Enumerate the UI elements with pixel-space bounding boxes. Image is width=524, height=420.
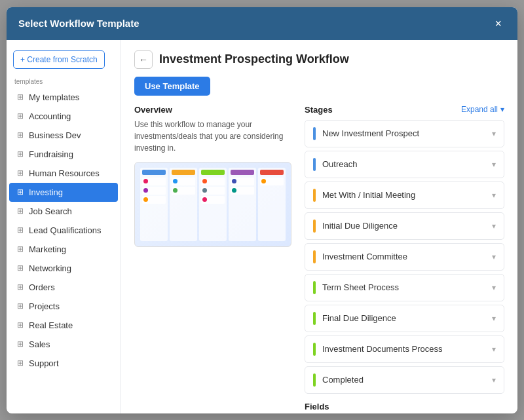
- stage-name: Investment Documents Process: [322, 344, 492, 354]
- sidebar-item-networking[interactable]: ⊞ Networking: [9, 259, 118, 278]
- mock-avatar: [232, 188, 236, 193]
- mock-header: [260, 170, 284, 175]
- sidebar-item-business-dev[interactable]: ⊞ Business Dev: [9, 126, 118, 145]
- stage-item-term-sheet-process[interactable]: Term Sheet Process ▾: [305, 274, 504, 301]
- sidebar-item-label: Investing: [29, 187, 63, 197]
- use-template-button[interactable]: Use Template: [134, 77, 210, 96]
- left-column: Overview Use this workflow to manage you…: [134, 105, 291, 413]
- sidebar-item-support[interactable]: ⊞ Support: [9, 354, 118, 373]
- sidebar-item-job-search[interactable]: ⊞ Job Search: [9, 202, 118, 221]
- sidebar-item-label: Lead Qualifications: [29, 225, 102, 235]
- stage-color-bar: [313, 158, 316, 171]
- workflow-preview-image: [134, 162, 291, 247]
- mock-avatar: [143, 197, 148, 202]
- mock-col-5: [258, 168, 286, 241]
- sidebar-item-projects[interactable]: ⊞ Projects: [9, 297, 118, 316]
- stage-item-met-with-initial-meeting[interactable]: Met With / Initial Meeting ▾: [305, 181, 504, 209]
- mock-card: [201, 178, 225, 185]
- grid-icon: ⊞: [17, 320, 24, 330]
- create-from-scratch-button[interactable]: + Create from Scratch: [13, 50, 105, 69]
- stage-color-bar: [313, 312, 316, 325]
- sidebar-item-real-estate[interactable]: ⊞ Real Estate: [9, 316, 118, 335]
- stage-item-new-investment-prospect[interactable]: New Investment Prospect ▾: [305, 120, 504, 147]
- sidebar-item-label: Human Resources: [29, 168, 100, 178]
- main-content: ← Investment Prospecting Workflow Use Te…: [121, 40, 517, 413]
- chevron-down-icon: ▾: [492, 129, 496, 138]
- stage-item-initial-due-diligence[interactable]: Initial Due Diligence ▾: [305, 212, 504, 240]
- back-button[interactable]: ←: [134, 50, 153, 69]
- chevron-down-icon: ▾: [492, 375, 496, 385]
- mock-avatar: [173, 188, 178, 193]
- mock-card: [201, 187, 225, 195]
- sidebar-item-marketing[interactable]: ⊞ Marketing: [9, 240, 118, 259]
- sidebar-item-investing[interactable]: ⊞ Investing: [9, 183, 118, 202]
- sidebar-item-label: My templates: [29, 92, 79, 102]
- fields-title: Fields: [305, 402, 504, 411]
- stages-list: New Investment Prospect ▾ Outreach ▾ Met…: [305, 120, 504, 394]
- stage-name: Investment Committee: [322, 252, 492, 261]
- modal-body: + Create from Scratch templates ⊞ My tem…: [7, 40, 517, 413]
- grid-icon: ⊞: [17, 149, 24, 159]
- stage-color-bar: [313, 220, 316, 233]
- stage-item-completed[interactable]: Completed ▾: [305, 366, 504, 394]
- stage-color-bar: [313, 189, 316, 202]
- content-columns: Overview Use this workflow to manage you…: [134, 105, 504, 413]
- stage-color-bar: [313, 343, 316, 356]
- grid-icon: ⊞: [17, 263, 24, 273]
- stage-item-outreach[interactable]: Outreach ▾: [305, 151, 504, 178]
- sidebar-item-orders[interactable]: ⊞ Orders: [9, 278, 118, 297]
- mock-card: [142, 196, 166, 204]
- grid-icon: ⊞: [17, 282, 24, 292]
- sidebar-item-lead-qualifications[interactable]: ⊞ Lead Qualifications: [9, 221, 118, 240]
- sidebar-item-label: Accounting: [29, 111, 71, 121]
- chevron-down-icon: ▾: [492, 345, 496, 354]
- mock-header: [142, 170, 166, 175]
- close-button[interactable]: ×: [491, 16, 506, 31]
- sidebar-item-fundraising[interactable]: ⊞ Fundraising: [9, 145, 118, 164]
- stage-name: New Investment Prospect: [322, 128, 492, 138]
- mock-card: [142, 178, 166, 185]
- mock-card: [142, 187, 166, 195]
- sidebar-item-human-resources[interactable]: ⊞ Human Resources: [9, 164, 118, 183]
- sidebar-item-label: Job Search: [29, 206, 72, 216]
- stage-name: Final Due Diligence: [322, 313, 492, 323]
- mock-header: [201, 170, 225, 175]
- preview-mock: [135, 162, 291, 246]
- overview-text: Use this workflow to manage your investm…: [134, 119, 291, 154]
- chevron-down-icon: ▾: [492, 160, 496, 169]
- mock-card: [201, 196, 225, 204]
- grid-icon: ⊞: [17, 111, 24, 121]
- mock-header: [172, 170, 195, 175]
- chevron-down-icon: ▾: [500, 105, 504, 114]
- sidebar-item-accounting[interactable]: ⊞ Accounting: [9, 107, 118, 126]
- sidebar-item-my-templates[interactable]: ⊞ My templates: [9, 88, 118, 107]
- stage-name: Completed: [322, 375, 492, 385]
- chevron-down-icon: ▾: [492, 283, 496, 292]
- mock-col-4: [229, 168, 256, 241]
- stage-name: Outreach: [322, 159, 492, 169]
- grid-icon: ⊞: [17, 244, 24, 254]
- stage-item-investment-committee[interactable]: Investment Committee ▾: [305, 243, 504, 271]
- stage-item-final-due-diligence[interactable]: Final Due Diligence ▾: [305, 305, 504, 332]
- stage-color-bar: [313, 281, 316, 294]
- grid-icon: ⊞: [17, 168, 24, 178]
- sidebar-section-label: templates: [7, 77, 121, 88]
- mock-avatar: [202, 188, 207, 193]
- expand-all-button[interactable]: Expand all ▾: [461, 105, 504, 114]
- sidebar-item-label: Sales: [29, 339, 50, 349]
- mock-header: [231, 170, 254, 175]
- stage-name: Met With / Initial Meeting: [322, 190, 492, 200]
- stage-item-investment-documents-process[interactable]: Investment Documents Process ▾: [305, 335, 504, 363]
- mock-avatar: [261, 179, 266, 183]
- mock-card: [172, 178, 195, 185]
- chevron-down-icon: ▾: [492, 314, 496, 323]
- sidebar-item-sales[interactable]: ⊞ Sales: [9, 335, 118, 354]
- sidebar-item-label: Projects: [29, 301, 60, 311]
- grid-icon: ⊞: [17, 225, 24, 235]
- expand-all-label: Expand all: [461, 105, 498, 114]
- grid-icon: ⊞: [17, 187, 24, 197]
- stage-name: Term Sheet Process: [322, 282, 492, 292]
- right-column: Stages Expand all ▾ New Investment Prosp…: [305, 105, 504, 413]
- mock-avatar: [232, 179, 236, 183]
- grid-icon: ⊞: [17, 301, 24, 311]
